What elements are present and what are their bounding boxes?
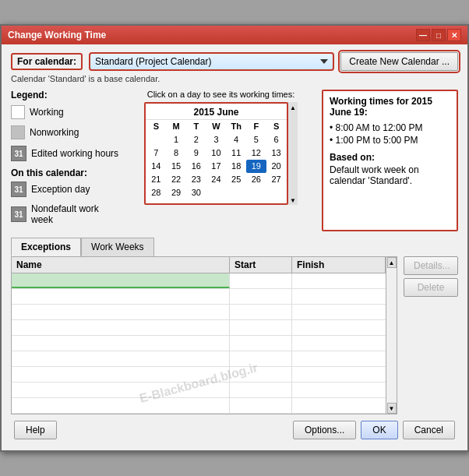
cal-day[interactable]: 9 (186, 146, 206, 160)
scroll-down-button[interactable]: ▼ (387, 403, 397, 414)
cal-day[interactable]: 23 (186, 173, 206, 186)
help-button[interactable]: Help (14, 421, 57, 439)
table-cell-finish[interactable] (292, 273, 386, 288)
table-cell-start[interactable] (230, 398, 292, 413)
table-cell-finish[interactable] (292, 383, 386, 397)
table-cell-finish[interactable] (292, 367, 386, 382)
cal-day[interactable]: 13 (266, 146, 287, 160)
cancel-button[interactable]: Cancel (403, 421, 455, 439)
table-cell-name[interactable] (12, 336, 230, 351)
cal-day[interactable]: 1 (166, 133, 186, 146)
table-row[interactable] (12, 383, 386, 398)
cal-scroll-up-button[interactable]: ▲ (289, 104, 297, 112)
table-row[interactable] (12, 289, 386, 305)
cal-day[interactable]: 11 (226, 146, 246, 160)
cal-scroll-down-button[interactable]: ▼ (289, 196, 297, 205)
table-cell-name[interactable] (12, 289, 230, 304)
tab-exceptions[interactable]: Exceptions (11, 238, 81, 256)
cal-day[interactable]: 28 (146, 186, 167, 199)
cal-day[interactable]: 17 (206, 160, 227, 173)
change-working-time-dialog: Change Working Time — □ ✕ For calendar: … (0, 24, 469, 452)
table-cell-start[interactable] (230, 367, 292, 382)
cal-day[interactable]: 14 (146, 160, 167, 173)
cal-day[interactable] (146, 199, 167, 203)
cal-day[interactable] (206, 199, 227, 203)
delete-button[interactable]: Delete (404, 278, 458, 297)
table-row[interactable] (12, 320, 386, 336)
table-cell-start[interactable] (230, 336, 292, 351)
table-cell-finish[interactable] (292, 289, 386, 304)
details-button[interactable]: Details... (404, 256, 458, 275)
cal-day[interactable]: 16 (186, 160, 206, 173)
cal-day[interactable] (206, 186, 227, 199)
table-cell-finish[interactable] (292, 351, 386, 366)
cal-day[interactable]: 21 (146, 173, 167, 186)
table-cell-finish[interactable] (292, 320, 386, 335)
cal-day[interactable]: 2 (186, 133, 206, 146)
cal-day[interactable]: 24 (206, 173, 227, 186)
table-cell-name[interactable] (12, 367, 230, 382)
calendar-dropdown[interactable]: Standard (Project Calendar) (89, 52, 334, 71)
cal-day[interactable] (246, 186, 266, 199)
cal-day[interactable]: 27 (266, 173, 287, 186)
cal-day[interactable]: 12 (246, 146, 266, 160)
cal-day[interactable] (166, 199, 186, 203)
cal-day[interactable]: 4 (226, 133, 246, 146)
cal-day[interactable]: 3 (206, 133, 227, 146)
calendar-panel: Click on a day to see its working times:… (126, 90, 316, 231)
options-button[interactable]: Options... (293, 421, 356, 439)
table-cell-start[interactable] (230, 383, 292, 397)
table-cell-name[interactable] (12, 383, 230, 397)
cal-day[interactable]: 20 (266, 160, 287, 173)
scroll-up-button[interactable]: ▲ (387, 257, 397, 268)
table-row[interactable] (12, 305, 386, 320)
cal-day[interactable]: 10 (206, 146, 227, 160)
table-cell-name[interactable] (12, 398, 230, 413)
table-cell-start[interactable] (230, 289, 292, 304)
cal-day[interactable] (226, 186, 246, 199)
table-row[interactable] (12, 367, 386, 383)
table-header-finish: Finish (292, 257, 386, 273)
minimize-button[interactable]: — (416, 29, 430, 41)
table-cell-finish[interactable] (292, 305, 386, 319)
cal-day[interactable]: 6 (266, 133, 287, 146)
cal-day[interactable]: 5 (246, 133, 266, 146)
ok-button[interactable]: OK (361, 421, 397, 439)
cal-day[interactable]: 30 (186, 186, 206, 199)
cal-day[interactable]: 25 (226, 173, 246, 186)
table-row[interactable] (12, 336, 386, 351)
cal-day[interactable]: 15 (166, 160, 186, 173)
cal-day[interactable] (246, 199, 266, 203)
table-row[interactable] (12, 398, 386, 414)
table-cell-name[interactable] (12, 273, 230, 288)
cal-day[interactable] (266, 199, 287, 203)
cal-day[interactable]: 8 (166, 146, 186, 160)
info-based-text: Default work week on calendar 'Standard'… (330, 164, 450, 186)
cal-day[interactable]: 7 (146, 146, 167, 160)
cal-today[interactable]: 19 (246, 160, 266, 173)
maximize-button[interactable]: □ (432, 29, 446, 41)
close-button[interactable]: ✕ (447, 29, 461, 41)
cal-day[interactable] (266, 186, 287, 199)
table-cell-start[interactable] (230, 320, 292, 335)
info-based-label: Based on: (330, 152, 450, 163)
table-cell-name[interactable] (12, 351, 230, 366)
cal-day[interactable]: 29 (166, 186, 186, 199)
cal-day[interactable] (146, 133, 167, 146)
create-new-calendar-button[interactable]: Create New Calendar ... (340, 52, 458, 71)
table-cell-finish[interactable] (292, 398, 386, 413)
table-cell-finish[interactable] (292, 336, 386, 351)
cal-day[interactable]: 18 (226, 160, 246, 173)
cal-day[interactable]: 22 (166, 173, 186, 186)
tab-work-weeks[interactable]: Work Weeks (81, 238, 154, 256)
cal-day[interactable] (226, 199, 246, 203)
cal-day[interactable]: 26 (246, 173, 266, 186)
table-cell-name[interactable] (12, 305, 230, 319)
table-cell-name[interactable] (12, 320, 230, 335)
table-cell-start[interactable] (230, 351, 292, 366)
table-cell-start[interactable] (230, 305, 292, 319)
cal-day[interactable] (186, 199, 206, 203)
table-row[interactable] (12, 351, 386, 367)
table-cell-start[interactable] (230, 273, 292, 288)
table-row[interactable] (12, 273, 386, 289)
